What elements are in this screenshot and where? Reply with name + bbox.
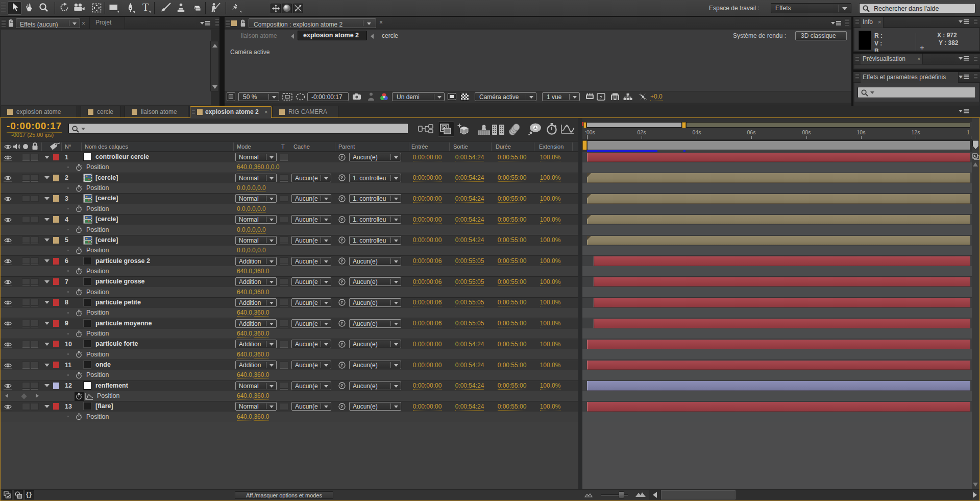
svg-text:T: T <box>142 2 149 13</box>
